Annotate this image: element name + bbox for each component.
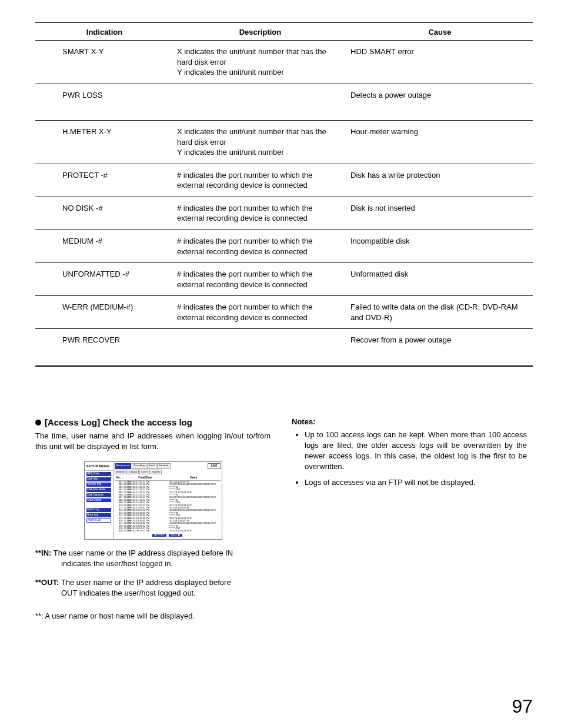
mock-tab: Comm: [139, 470, 150, 474]
access-log-heading: [Access Log] Check the access log: [35, 417, 271, 427]
indication-cell: MEDIUM -#: [35, 230, 173, 263]
mock-tab: Display: [128, 470, 139, 474]
cause-cell: Hour-meter warning: [347, 121, 533, 164]
cause-cell: HDD SMART error: [347, 41, 533, 84]
notes-heading: Notes:: [292, 417, 527, 426]
table-row: NO DISK -## indicates the port number to…: [35, 197, 533, 230]
out-definition: **OUT: The user name or the IP address d…: [35, 577, 271, 599]
mock-tab: Maintenance: [115, 463, 132, 469]
description-cell: # indicates the port number to which the…: [173, 230, 347, 263]
note-item: Logs of accesses via an FTP will not be …: [305, 477, 527, 488]
mock-next: NEXT ▶: [169, 534, 182, 537]
cause-cell: Recover from a power outage: [347, 329, 533, 366]
indication-cell: W-ERR (MEDIUM-#): [35, 296, 173, 329]
side-access-log: Access Log: [86, 518, 111, 523]
mock-side-item: Disk Capacity: [86, 493, 111, 497]
mock-tab: Switcher: [115, 470, 127, 474]
cause-cell: Detects a power outage: [347, 84, 533, 121]
table-row: MEDIUM -## indicates the port number to …: [35, 230, 533, 263]
description-cell: X indicates the unit/unit number that ha…: [173, 41, 347, 84]
indication-cell: PWR RECOVER: [35, 329, 173, 366]
description-cell: # indicates the port number to which the…: [173, 263, 347, 296]
mock-side-item: Version Info: [86, 483, 111, 487]
indication-cell: UNFORMATTED -#: [35, 263, 173, 296]
mock-side-item: Disk Info: [86, 477, 111, 481]
col-cause: Cause: [347, 23, 533, 41]
mock-side-item: REC Rate: [86, 472, 111, 476]
mock-tab: Recording: [132, 463, 146, 469]
table-row: PROTECT -## indicates the port number to…: [35, 164, 533, 197]
mock-side-item: Disk End Mode: [86, 488, 111, 492]
notes-list: Up to 100 access logs can be kept. When …: [292, 430, 527, 488]
col-indication: Indication: [35, 23, 173, 41]
mock-side-item: Event Log: [86, 508, 111, 512]
description-cell: [173, 84, 347, 121]
indication-cell: PROTECT -#: [35, 164, 173, 197]
indication-cell: NO DISK -#: [35, 197, 173, 230]
table-row: UNFORMATTED -## indicates the port numbe…: [35, 263, 533, 296]
col-description: Description: [173, 23, 347, 41]
setup-menu-screenshot: SETUP MENU REC RateDisk InfoVersion Info…: [84, 461, 222, 540]
cause-cell: Disk has a write protection: [347, 164, 533, 197]
table-row: W-ERR (MEDIUM-#)# indicates the port num…: [35, 296, 533, 329]
error-table: Indication Description Cause SMART X-YX …: [35, 22, 533, 367]
mock-tab: Schedule: [157, 463, 171, 469]
mock-log-row: 02005.MAR.03 09:24:12 PM123.123.123.123 …: [115, 530, 221, 532]
cause-cell: Disk is not inserted: [347, 197, 533, 230]
table-row: H.METER X-YX indicates the unit/unit num…: [35, 121, 533, 164]
note-item: Up to 100 access logs can be kept. When …: [305, 430, 527, 473]
indication-cell: SMART X-Y: [35, 41, 173, 84]
cause-cell: Failed to write data on the disk (CD-R, …: [347, 296, 533, 329]
description-cell: [173, 329, 347, 366]
table-row: PWR RECOVERRecover from a power outage: [35, 329, 533, 366]
mock-title: SETUP MENU: [85, 463, 113, 471]
table-row: PWR LOSSDetects a power outage: [35, 84, 533, 121]
cause-cell: Unformatted disk: [347, 263, 533, 296]
mock-live: LIVE: [208, 463, 220, 469]
bullet-icon: [35, 420, 41, 426]
mock-side-item: Error Log: [86, 513, 111, 517]
mock-prev: ◀ PREV: [152, 534, 166, 537]
page-number: 97: [512, 696, 533, 717]
description-cell: # indicates the port number to which the…: [173, 197, 347, 230]
description-cell: X indicates the unit/unit number that ha…: [173, 121, 347, 164]
access-log-intro: The time, user name and IP addresses whe…: [35, 431, 271, 452]
indication-cell: H.METER X-Y: [35, 121, 173, 164]
cause-cell: Incompatible disk: [347, 230, 533, 263]
in-definition: **IN: The user name or the IP address di…: [35, 548, 271, 569]
footnote: **: A user name or host name will be dis…: [35, 611, 271, 621]
mock-tab: Event: [147, 463, 156, 469]
table-row: SMART X-YX indicates the unit/unit numbe…: [35, 41, 533, 84]
mock-tab: System: [151, 470, 162, 474]
description-cell: # indicates the port number to which the…: [173, 164, 347, 197]
indication-cell: PWR LOSS: [35, 84, 173, 121]
description-cell: # indicates the port number to which the…: [173, 296, 347, 329]
mock-side-item: Data Delete: [86, 498, 111, 503]
